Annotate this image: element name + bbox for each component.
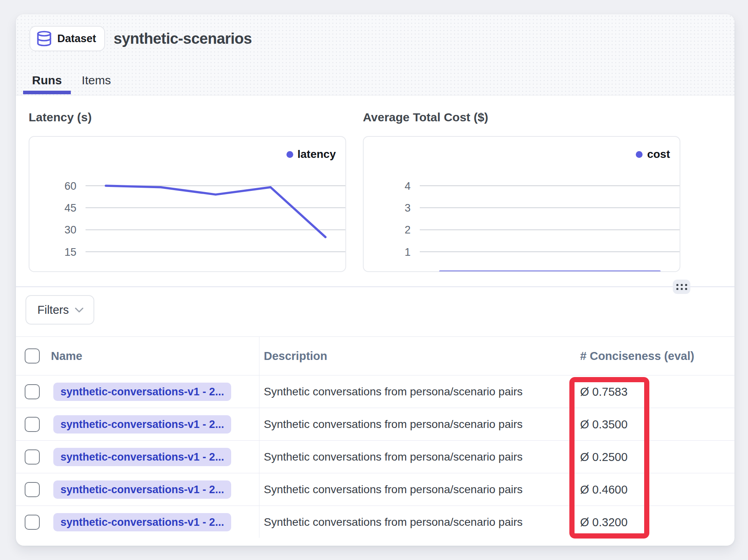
run-name-chip[interactable]: synthetic-conversations-v1 - 2... (53, 415, 231, 434)
table-header-row: Name Description # Conciseness (eval) (16, 337, 734, 375)
tab-items[interactable]: Items (79, 66, 114, 95)
run-description: Synthetic conversations from persona/sce… (264, 441, 523, 473)
cost-legend-label: cost (647, 148, 670, 161)
chevron-down-icon (74, 307, 84, 313)
cost-legend-dot-icon (636, 151, 643, 158)
run-description: Synthetic conversations from persona/sce… (264, 375, 523, 408)
latency-legend-label: latency (298, 148, 336, 161)
cost-chart-title: Average Total Cost ($) (363, 111, 488, 124)
run-name-chip[interactable]: synthetic-conversations-v1 - 2... (53, 383, 231, 401)
conciseness-value: Ø 0.2500 (580, 441, 627, 473)
svg-text:4: 4 (405, 180, 411, 192)
page-background: { "header": { "badge_label": "Dataset", … (0, 0, 748, 560)
svg-text:60: 60 (64, 180, 76, 192)
latency-legend: latency (286, 148, 336, 161)
conciseness-value: Ø 0.4600 (580, 473, 627, 506)
svg-text:45: 45 (64, 202, 76, 214)
filters-button[interactable]: Filters (25, 295, 94, 325)
dataset-card: Dataset synthetic-scenarios Runs Items L… (16, 14, 734, 546)
row-checkbox[interactable] (25, 417, 40, 432)
resize-grip-icon[interactable] (673, 280, 690, 294)
run-name-chip[interactable]: synthetic-conversations-v1 - 2... (53, 513, 231, 531)
badge-row: Dataset synthetic-scenarios (29, 25, 252, 52)
table-row[interactable]: synthetic-conversations-v1 - 2... Synthe… (16, 440, 734, 473)
table-row[interactable]: synthetic-conversations-v1 - 2... Synthe… (16, 408, 734, 440)
badge-label: Dataset (57, 33, 96, 45)
section-divider (16, 286, 734, 287)
row-checkbox[interactable] (25, 482, 40, 497)
database-icon (36, 30, 53, 47)
column-header-description: Description (264, 337, 327, 375)
conciseness-value: Ø 0.7583 (580, 375, 627, 408)
column-separator (259, 336, 259, 538)
row-checkbox[interactable] (25, 384, 40, 399)
latency-chart-title: Latency (s) (29, 111, 92, 124)
tab-runs[interactable]: Runs (23, 66, 71, 95)
card-header: Dataset synthetic-scenarios Runs Items (16, 14, 734, 95)
column-header-name: Name (51, 337, 82, 375)
row-checkbox[interactable] (25, 515, 40, 530)
cost-chart-card: 1234 cost (363, 136, 680, 272)
column-header-conciseness: # Conciseness (eval) (580, 337, 694, 375)
conciseness-value: Ø 0.3200 (580, 506, 627, 539)
select-all-checkbox[interactable] (25, 348, 40, 364)
run-name-chip[interactable]: synthetic-conversations-v1 - 2... (53, 480, 231, 499)
filters-button-label: Filters (37, 303, 69, 317)
run-description: Synthetic conversations from persona/sce… (264, 473, 523, 506)
svg-text:15: 15 (64, 246, 76, 258)
runs-table: Name Description # Conciseness (eval) sy… (16, 336, 734, 538)
table-row[interactable]: synthetic-conversations-v1 - 2... Synthe… (16, 473, 734, 506)
latency-chart-card: 15304560 latency (29, 136, 346, 272)
cost-legend: cost (636, 148, 670, 161)
dataset-badge: Dataset (29, 26, 105, 51)
conciseness-value: Ø 0.3500 (580, 408, 627, 441)
run-description: Synthetic conversations from persona/sce… (264, 506, 523, 539)
run-description: Synthetic conversations from persona/sce… (264, 408, 523, 441)
page-title: synthetic-scenarios (114, 30, 252, 47)
latency-legend-dot-icon (286, 151, 293, 158)
svg-text:2: 2 (405, 224, 411, 236)
cost-chart-plot: 1234 (364, 137, 680, 272)
row-checkbox[interactable] (25, 449, 40, 465)
table-row[interactable]: synthetic-conversations-v1 - 2... Synthe… (16, 375, 734, 408)
table-row[interactable]: synthetic-conversations-v1 - 2... Synthe… (16, 506, 734, 538)
run-name-chip[interactable]: synthetic-conversations-v1 - 2... (53, 448, 231, 466)
svg-text:1: 1 (405, 246, 411, 258)
svg-text:3: 3 (405, 202, 411, 214)
svg-text:30: 30 (64, 224, 76, 236)
table-body: synthetic-conversations-v1 - 2... Synthe… (16, 375, 734, 538)
tab-bar: Runs Items (23, 66, 114, 95)
